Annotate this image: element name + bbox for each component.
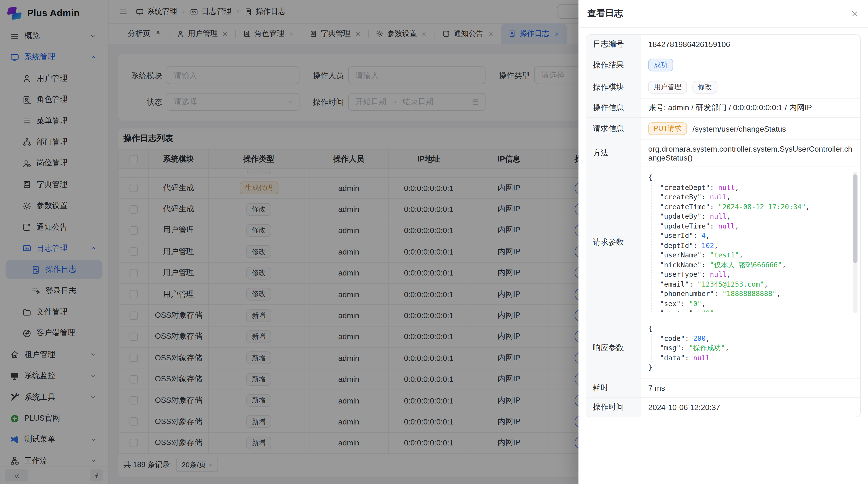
- method-value: org.dromara.system.controller.system.Sys…: [641, 140, 860, 167]
- code-line: "createBy": null,: [660, 192, 852, 202]
- detail-row-method: 方法 org.dromara.system.controller.system.…: [586, 140, 860, 167]
- code-line: "data": null: [660, 353, 852, 362]
- op-info-value: 账号: admin / 研发部门 / 0:0:0:0:0:0:0:1 / 内网I…: [641, 99, 860, 118]
- code-line: {: [648, 172, 852, 182]
- code-line: }: [648, 362, 852, 372]
- detail-row-response-params: 响应参数 {"code": 200,"msg": "操作成功","data": …: [586, 318, 860, 378]
- detail-row-request-params: 请求参数 {"createDept": null,"createBy": nul…: [586, 167, 860, 318]
- code-line: "status": "0",: [660, 308, 852, 312]
- duration-value: 7 ms: [641, 378, 860, 397]
- request-url: /system/user/changeStatus: [692, 124, 786, 133]
- code-line: "code": 200,: [660, 333, 852, 343]
- status-badge: 成功: [648, 59, 673, 71]
- drawer-body: 日志编号 1842781986426159106 操作结果 成功 操作模块 用户…: [579, 28, 868, 424]
- code-line: {: [648, 324, 852, 333]
- http-method-badge: PUT请求: [648, 122, 687, 135]
- code-line: "sex": "0",: [660, 299, 852, 308]
- log-id-value: 1842781986426159106: [641, 35, 860, 54]
- detail-row-op-module: 操作模块 用户管理 修改: [586, 76, 860, 99]
- detail-row-duration: 耗时 7 ms: [586, 378, 860, 397]
- code-line: "email": "12345@1253.com",: [660, 279, 852, 289]
- code-line: "userId": 4,: [660, 231, 852, 240]
- code-line: "createTime": "2024-08-12 17:20:34",: [660, 202, 852, 212]
- op-time-value: 2024-10-06 12:20:37: [641, 398, 860, 417]
- code-line: "nickName": "仅本人 密码666666",: [660, 260, 852, 269]
- drawer-title: 查看日志: [587, 8, 623, 19]
- code-scrollbar-thumb[interactable]: [853, 174, 858, 263]
- app-root: Plus Admin 概览 系统管理 用户管理 角色管理 菜单管理 部门管理: [0, 0, 868, 484]
- detail-row-request-info: 请求信息 PUT请求 /system/user/changeStatus: [586, 118, 860, 140]
- code-line: "userName": "test1",: [660, 250, 852, 260]
- code-line: "createDept": null,: [660, 183, 852, 192]
- close-icon[interactable]: [850, 9, 859, 18]
- response-params-code: {"code": 200,"msg": "操作成功","data": null}: [648, 324, 852, 372]
- detail-row-log-id: 日志编号 1842781986426159106: [586, 35, 860, 54]
- log-detail-drawer: 查看日志 日志编号 1842781986426159106 操作结果 成功 操作…: [579, 0, 868, 484]
- detail-row-op-time: 操作时间 2024-10-06 12:20:37: [586, 398, 860, 417]
- detail-row-op-result: 操作结果 成功: [586, 54, 860, 76]
- code-scrollbar: [853, 172, 858, 313]
- detail-row-op-info: 操作信息 账号: admin / 研发部门 / 0:0:0:0:0:0:0:1 …: [586, 99, 860, 118]
- code-line: "deptId": 102,: [660, 240, 852, 250]
- code-line: "updateBy": null,: [660, 212, 852, 221]
- code-line: "updateTime": null,: [660, 221, 852, 231]
- request-params-code: {"createDept": null,"createBy": null,"cr…: [648, 172, 852, 312]
- module-badge: 用户管理: [648, 81, 687, 94]
- drawer-header: 查看日志: [579, 0, 868, 28]
- code-line: "userType": null,: [660, 269, 852, 279]
- log-detail-table: 日志编号 1842781986426159106 操作结果 成功 操作模块 用户…: [586, 34, 861, 417]
- code-line: "phonenumber": "18888888888",: [660, 289, 852, 298]
- op-type-badge: 修改: [692, 81, 717, 94]
- code-line: "msg": "操作成功",: [660, 343, 852, 353]
